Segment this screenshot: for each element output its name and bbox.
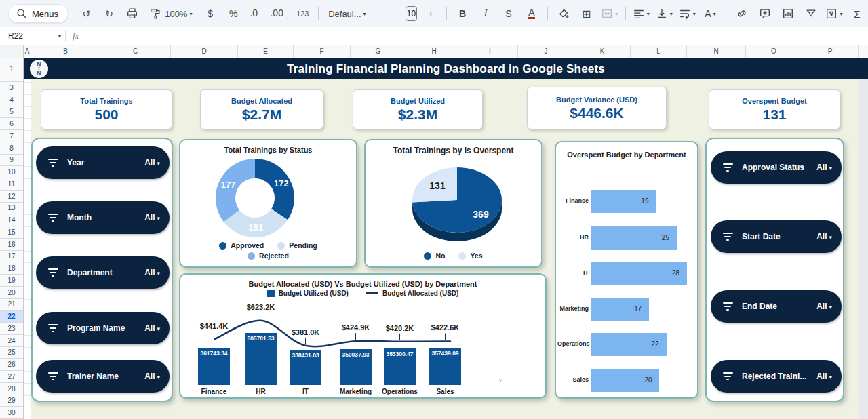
filter-value[interactable]: All▾ [816,163,832,172]
paint-format-button[interactable] [144,5,166,22]
row-header-19[interactable]: 19 [0,275,23,287]
increase-font-size-button[interactable]: + [420,5,441,22]
kpi-card-budget-utilized[interactable]: Budget Utilized $2.3M [353,89,483,129]
increase-decimal-button[interactable]: .00→ [269,5,290,22]
row-header-5[interactable]: 5 [0,106,23,119]
column-header-L[interactable]: L [631,45,687,58]
kpi-card-budget-variance[interactable]: Budget Variance (USD) $446.6K [527,87,667,129]
create-filter-button[interactable] [800,5,822,22]
column-header-J[interactable]: J [518,45,574,58]
filter-trainer-name[interactable]: Trainer NameAll▾ [36,360,170,393]
undo-button[interactable]: ↺ [75,5,97,22]
row-header-3[interactable]: 3 [0,82,23,94]
column-header-G[interactable]: G [351,45,406,58]
row-header-16[interactable]: 16 [0,239,23,251]
filter-value[interactable]: All▾ [144,158,160,167]
fill-color-button[interactable] [553,5,574,22]
text-color-button[interactable]: A [521,5,542,22]
filter-value[interactable]: All▾ [816,232,832,241]
row-header-14[interactable]: 14 [0,214,23,226]
column-header-K[interactable]: K [574,45,631,58]
row-header-21[interactable]: 21 [0,299,23,311]
row-header-12[interactable]: 12 [0,191,23,203]
donut-chart-card[interactable]: Total Trainings by Status 172151177 Appr… [179,139,357,268]
kpi-card-overspent-budget[interactable]: Overspent Budget 131 [709,89,840,129]
column-header-N[interactable]: N [687,45,746,58]
row-header-25[interactable]: 25 [0,347,23,359]
decrease-decimal-button[interactable]: .0← [245,5,267,22]
combo-chart-card[interactable]: Budget Allocated (USD) Vs Budget Utilize… [179,273,547,399]
zoom-select[interactable]: 100%▾ [167,5,190,22]
row-header-24[interactable]: 24 [0,335,23,347]
column-header-P[interactable]: P [802,45,859,58]
redo-button[interactable]: ↻ [98,5,120,22]
insert-comment-button[interactable] [754,5,776,22]
row-header-29[interactable]: 29 [0,395,23,407]
row-header-11[interactable]: 11 [0,178,23,191]
decrease-font-size-button[interactable]: − [381,5,403,22]
row-header-13[interactable]: 13 [0,203,23,215]
row-header-15[interactable]: 15 [0,226,23,239]
vertical-align-button[interactable]: ▾ [653,5,675,22]
row-header-4[interactable]: 4 [0,94,23,106]
row-header-30[interactable]: 30 [0,407,23,419]
row-header-8[interactable]: 8 [0,142,23,155]
bold-button[interactable]: B [452,5,473,22]
filter-rejected-traini-[interactable]: Rejected Traini...All▾ [711,360,842,393]
print-button[interactable] [121,5,143,22]
more-formats-button[interactable]: 123 [292,5,313,22]
merge-cells-button[interactable]: ▾ [599,5,620,22]
column-header-A[interactable]: A [24,45,31,58]
column-header-D[interactable]: D [171,45,238,58]
filter-program-name[interactable]: Program NameAll▾ [36,312,170,344]
column-header-F[interactable]: F [294,45,351,58]
strikethrough-button[interactable]: S [498,5,519,22]
column-header-C[interactable]: C [100,45,171,58]
font-family-select[interactable]: Defaul...▾ [323,5,371,22]
filter-approval-status[interactable]: Approval StatusAll▾ [711,151,842,184]
name-box[interactable]: R22 ▾ [0,31,65,41]
borders-button[interactable]: ⊞ [576,5,597,22]
format-currency-button[interactable]: $ [199,5,221,22]
filter-department[interactable]: DepartmentAll▾ [36,256,170,289]
row-header-23[interactable]: 23 [0,323,23,335]
menus-button[interactable]: Menus [8,4,68,23]
select-all-corner[interactable] [0,45,24,58]
horizontal-align-button[interactable]: ▾ [630,5,652,22]
column-header-O[interactable]: O [746,45,802,58]
filter-value[interactable]: All▾ [144,268,160,277]
font-size-input[interactable]: 10 [406,6,418,21]
filter-value[interactable]: All▾ [144,372,160,381]
filter-start-date[interactable]: Start DateAll▾ [711,220,842,253]
row-header-6[interactable]: 6 [0,118,23,130]
filter-year[interactable]: YearAll▾ [36,146,170,179]
row-header-22[interactable]: 22 [0,311,23,323]
row-header-10[interactable]: 10 [0,166,23,178]
column-header-H[interactable]: H [406,45,462,58]
filter-value[interactable]: All▾ [816,302,832,311]
text-rotation-button[interactable]: A▾ [699,5,721,22]
row-header-7[interactable]: 7 [0,130,23,142]
text-wrap-button[interactable]: ▾ [676,5,698,22]
column-header-B[interactable]: B [31,45,100,58]
row-header-9[interactable]: 9 [0,155,23,167]
filter-value[interactable]: All▾ [144,213,160,222]
pie-chart-card[interactable]: Total Trainings by Is Overspent 131369 N… [364,139,542,268]
row-header-18[interactable]: 18 [0,262,23,275]
filter-end-date[interactable]: End DateAll▾ [711,290,842,323]
filter-value[interactable]: All▾ [144,323,160,333]
row-header-1[interactable]: 1 [0,58,23,79]
department-bar-chart-card[interactable]: Overspent Budget by Department Finance19… [555,141,698,399]
insert-chart-button[interactable] [777,5,799,22]
filter-value[interactable]: All▾ [816,372,832,381]
row-header-26[interactable]: 26 [0,359,23,371]
kpi-card-total-trainings[interactable]: Total Trainings 500 [41,89,172,129]
row-header-27[interactable]: 27 [0,371,23,383]
filter-month[interactable]: MonthAll▾ [36,201,170,234]
insert-link-button[interactable] [731,5,753,22]
column-header-I[interactable]: I [462,45,518,58]
format-percent-button[interactable]: % [222,5,244,22]
kpi-card-budget-allocated[interactable]: Budget Allocated $2.7M [200,89,323,129]
row-header-20[interactable]: 20 [0,287,23,299]
italic-button[interactable]: I [475,5,496,22]
